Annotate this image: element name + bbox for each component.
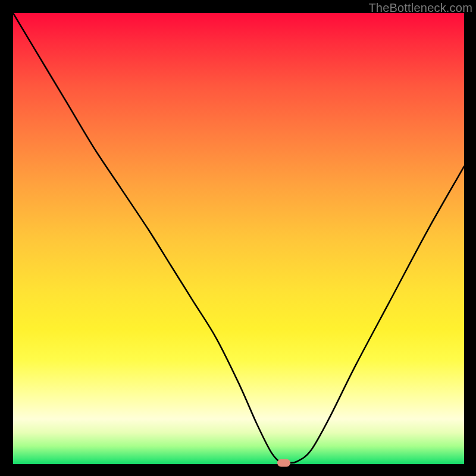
optimal-point-marker <box>277 459 290 466</box>
bottleneck-curve-path <box>13 13 464 463</box>
chart-frame <box>13 13 464 464</box>
bottleneck-curve <box>13 13 464 464</box>
